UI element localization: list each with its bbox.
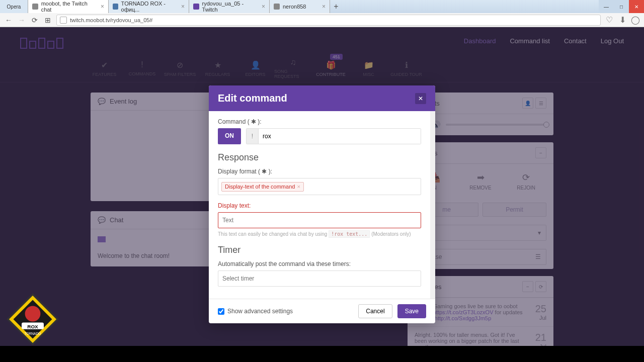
format-tag[interactable]: Display-text of the command× <box>221 182 304 192</box>
close-icon[interactable]: × <box>101 3 104 10</box>
tab-title: moobot, the Twitch chat <box>41 1 98 13</box>
downloads-icon[interactable]: ⬇ <box>618 16 627 25</box>
modal-body: Command ( ✱ ): ON ! Response Display for… <box>209 111 435 299</box>
tab-title: rydovou_ua_05 - Twitch <box>202 1 259 13</box>
browser-tab[interactable]: TORNADO ROX - офиц...× <box>109 0 189 13</box>
taskbar <box>0 346 644 362</box>
forward-button[interactable]: → <box>17 16 26 25</box>
maximize-button[interactable]: □ <box>614 0 629 13</box>
command-input-wrap: ! <box>246 128 421 144</box>
minimize-button[interactable]: — <box>599 0 614 13</box>
site-info-icon[interactable] <box>60 17 67 24</box>
url-bar[interactable]: twitch.moobot.tv/rydovou_ua_05# <box>56 15 601 26</box>
svg-text:TORNADO: TORNADO <box>25 332 41 335</box>
display-text-label: Display text: <box>218 202 421 209</box>
response-heading: Response <box>218 152 421 163</box>
on-toggle[interactable]: ON <box>218 128 241 144</box>
home-button[interactable]: ⊞ <box>43 16 52 25</box>
close-button[interactable]: ✕ <box>629 0 644 13</box>
format-label: Display format ( ✱ ): <box>218 168 421 175</box>
favicon <box>113 4 118 10</box>
favicon <box>32 4 38 10</box>
close-icon[interactable]: ✕ <box>415 93 426 104</box>
modal-title: Edit command <box>218 93 287 104</box>
close-icon[interactable]: × <box>322 3 326 10</box>
browser-tab[interactable]: rydovou_ua_05 - Twitch× <box>189 0 270 13</box>
edit-command-modal: Edit command ✕ Command ( ✱ ): ON ! Respo… <box>209 85 435 323</box>
window-controls: — □ ✕ <box>599 0 644 13</box>
new-tab-button[interactable]: + <box>330 0 342 13</box>
modal-header: Edit command ✕ <box>209 85 435 111</box>
timer-heading: Timer <box>218 245 421 255</box>
save-button[interactable]: Save <box>397 304 426 318</box>
tab-title: neron858 <box>283 4 306 10</box>
command-label: Command ( ✱ ): <box>218 118 421 125</box>
command-input[interactable] <box>259 129 421 144</box>
display-format-input[interactable]: Display-text of the command× <box>218 178 421 195</box>
url-text: twitch.moobot.tv/rydovou_ua_05# <box>70 17 153 23</box>
timer-label: Automatically post the command via these… <box>218 260 421 267</box>
tab-title: TORNADO ROX - офиц... <box>121 1 178 13</box>
hint-text: This text can easily be changed via chat… <box>218 231 421 237</box>
profile-icon[interactable]: ◯ <box>631 16 640 25</box>
browser-titlebar: Opera moobot, the Twitch chat× TORNADO R… <box>0 0 644 13</box>
browser-tabs: moobot, the Twitch chat× TORNADO ROX - о… <box>28 0 599 13</box>
channel-logo: ROX TORNADO <box>5 292 60 347</box>
timer-select[interactable] <box>218 270 421 287</box>
browser-tab[interactable]: neron858× <box>270 0 330 13</box>
close-icon[interactable]: × <box>181 3 185 10</box>
modal-footer: Show advanced settings Cancel Save <box>209 299 435 323</box>
display-text-input[interactable] <box>218 212 421 228</box>
browser-tab[interactable]: moobot, the Twitch chat× <box>28 0 109 13</box>
svg-text:ROX: ROX <box>27 324 38 329</box>
advanced-checkbox[interactable]: Show advanced settings <box>218 308 293 315</box>
svg-point-2 <box>25 306 41 322</box>
close-icon[interactable]: × <box>262 3 265 10</box>
reload-button[interactable]: ⟳ <box>30 16 39 25</box>
browser-menu[interactable]: Opera <box>0 0 28 13</box>
close-icon[interactable]: × <box>297 184 300 190</box>
command-prefix: ! <box>247 129 259 144</box>
back-button[interactable]: ← <box>4 16 13 25</box>
hint-code: !rox text... <box>329 230 370 238</box>
browser-toolbar: ← → ⟳ ⊞ twitch.moobot.tv/rydovou_ua_05# … <box>0 13 644 27</box>
checkbox[interactable] <box>218 308 224 315</box>
checkbox-label: Show advanced settings <box>227 308 293 315</box>
favicon <box>193 4 199 10</box>
favicon <box>274 4 280 10</box>
cancel-button[interactable]: Cancel <box>358 304 392 318</box>
bookmark-icon[interactable]: ♡ <box>605 16 614 25</box>
